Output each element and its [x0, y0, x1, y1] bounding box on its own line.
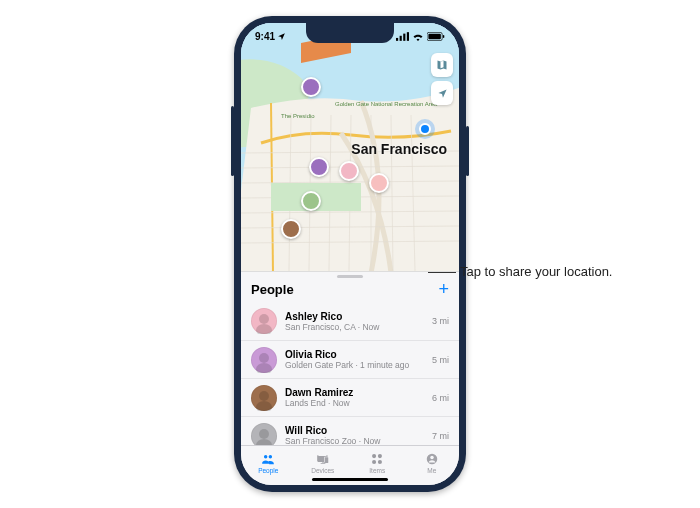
- svg-point-23: [259, 314, 269, 324]
- home-indicator[interactable]: [312, 478, 388, 481]
- person-row[interactable]: Will RicoSan Francisco Zoo · Now7 mi: [241, 416, 459, 445]
- person-location: San Francisco, CA · Now: [285, 322, 424, 332]
- map-pin-person[interactable]: [309, 157, 329, 177]
- person-distance: 6 mi: [432, 393, 449, 403]
- svg-point-26: [256, 363, 272, 373]
- svg-point-24: [256, 324, 272, 334]
- person-name: Will Rico: [285, 425, 424, 436]
- map-pin-person[interactable]: [369, 173, 389, 193]
- person-row[interactable]: Ashley RicoSan Francisco, CA · Now3 mi: [241, 302, 459, 340]
- svg-point-27: [259, 391, 269, 401]
- svg-point-33: [372, 459, 376, 463]
- tab-label: Me: [427, 467, 436, 474]
- svg-rect-1: [400, 35, 402, 40]
- svg-point-31: [372, 454, 376, 458]
- svg-rect-6: [443, 35, 444, 38]
- map-presidio-label: The Presidio: [281, 113, 315, 119]
- avatar: [251, 385, 277, 411]
- svg-point-25: [259, 353, 269, 363]
- map-locate-button[interactable]: [431, 81, 453, 105]
- me-icon: [424, 452, 440, 466]
- avatar: [251, 347, 277, 373]
- tab-people[interactable]: People: [241, 446, 296, 479]
- person-name: Olivia Rico: [285, 349, 424, 360]
- svg-point-36: [430, 455, 434, 459]
- map-pin-person[interactable]: [301, 77, 321, 97]
- share-location-button[interactable]: +: [438, 278, 449, 298]
- person-row[interactable]: Olivia RicoGolden Gate Park · 1 minute a…: [241, 340, 459, 378]
- tab-label: Items: [369, 467, 385, 474]
- avatar: [251, 423, 277, 446]
- people-icon: [260, 452, 276, 466]
- map-pin-person[interactable]: [301, 191, 321, 211]
- person-distance: 5 mi: [432, 355, 449, 365]
- battery-icon: [427, 32, 445, 41]
- tab-label: Devices: [311, 467, 334, 474]
- person-name: Ashley Rico: [285, 311, 424, 322]
- svg-rect-5: [428, 33, 440, 39]
- map-pin-user[interactable]: [419, 123, 431, 135]
- svg-point-34: [378, 459, 382, 463]
- iphone-frame: 9:41: [234, 16, 466, 492]
- tab-me[interactable]: Me: [405, 446, 460, 479]
- map-mode-button[interactable]: [431, 53, 453, 77]
- svg-point-29: [259, 429, 269, 439]
- tab-devices[interactable]: Devices: [296, 446, 351, 479]
- person-location: San Francisco Zoo · Now: [285, 436, 424, 445]
- svg-rect-3: [407, 32, 409, 41]
- map-view[interactable]: Golden Gate National Recreation Area The…: [241, 23, 459, 271]
- svg-rect-2: [403, 33, 405, 40]
- wifi-icon: [412, 32, 424, 41]
- map-city-label: San Francisco: [351, 141, 447, 157]
- cellular-icon: [396, 32, 409, 41]
- person-name: Dawn Ramirez: [285, 387, 424, 398]
- location-services-icon: [277, 32, 286, 41]
- person-distance: 3 mi: [432, 316, 449, 326]
- svg-rect-0: [396, 37, 398, 40]
- svg-point-32: [378, 454, 382, 458]
- map-park-label: Golden Gate National Recreation Area: [335, 101, 437, 107]
- people-sheet[interactable]: People + Ashley RicoSan Francisco, CA · …: [241, 271, 459, 445]
- sheet-title: People: [251, 279, 294, 297]
- people-list: Ashley RicoSan Francisco, CA · Now3 miOl…: [241, 302, 459, 445]
- devices-icon: [315, 452, 331, 466]
- person-location: Golden Gate Park · 1 minute ago: [285, 360, 424, 370]
- items-icon: [369, 452, 385, 466]
- map-pin-person[interactable]: [281, 219, 301, 239]
- map-pin-person[interactable]: [339, 161, 359, 181]
- callout-leader-line: [428, 272, 456, 273]
- tab-items[interactable]: Items: [350, 446, 405, 479]
- person-row[interactable]: Dawn RamirezLands End · Now6 mi: [241, 378, 459, 416]
- notch: [306, 23, 394, 43]
- avatar: [251, 308, 277, 334]
- person-distance: 7 mi: [432, 431, 449, 441]
- tab-label: People: [258, 467, 278, 474]
- sheet-grabber[interactable]: [337, 275, 363, 278]
- status-time: 9:41: [255, 31, 275, 42]
- person-location: Lands End · Now: [285, 398, 424, 408]
- callout-text: Tap to share your location.: [460, 264, 612, 279]
- svg-point-28: [256, 401, 272, 411]
